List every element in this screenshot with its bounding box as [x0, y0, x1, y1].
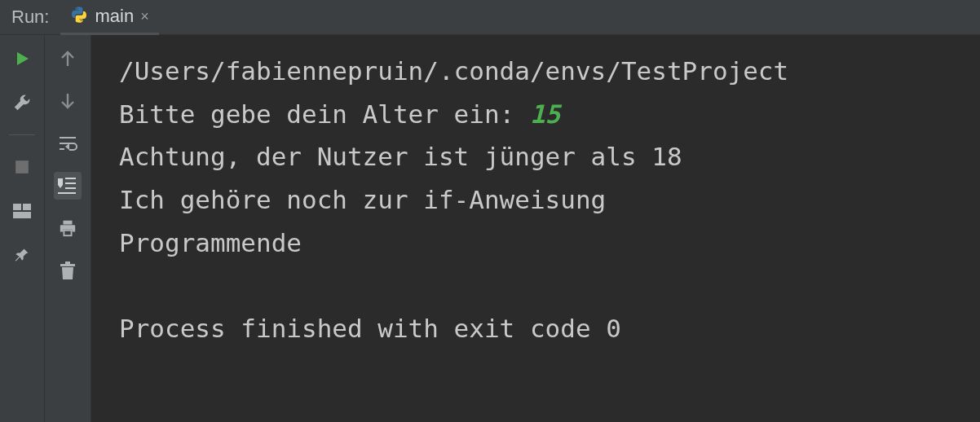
pin-button[interactable] [8, 241, 36, 269]
stop-button[interactable] [8, 153, 36, 181]
arrow-down-icon [60, 92, 76, 110]
svg-rect-4 [64, 231, 71, 235]
clear-all-button[interactable] [54, 257, 82, 284]
wrench-icon [13, 94, 31, 112]
soft-wrap-icon [58, 135, 77, 152]
arrow-up-icon [60, 50, 76, 68]
trash-icon [60, 262, 76, 279]
play-icon [14, 51, 30, 67]
rerun-button[interactable] [8, 45, 36, 73]
run-label: Run: [0, 7, 60, 28]
console-output[interactable]: /Users/fabiennepruin/.conda/envs/TestPro… [91, 35, 980, 422]
down-button[interactable] [54, 87, 82, 115]
python-file-icon [70, 6, 88, 27]
console-line: Achtung, der Nutzer ist jünger als 18 [119, 142, 682, 171]
svg-rect-3 [13, 212, 31, 218]
pin-icon [14, 247, 30, 263]
run-toolbar-left [0, 35, 45, 422]
run-tab-main[interactable]: main × [60, 1, 158, 35]
console-prompt: Bitte gebe dein Alter ein: [119, 99, 530, 129]
console-line: Programmende [119, 228, 302, 257]
layout-icon [13, 204, 31, 218]
console-line: Process finished with exit code 0 [119, 314, 621, 343]
svg-rect-2 [23, 204, 31, 210]
separator [9, 134, 35, 135]
soft-wrap-button[interactable] [54, 130, 82, 157]
stop-icon [15, 160, 29, 174]
run-tool-window-header: Run: main × [0, 0, 980, 35]
up-button[interactable] [54, 45, 82, 73]
scroll-to-end-button[interactable] [54, 172, 82, 200]
close-icon[interactable]: × [140, 9, 149, 24]
svg-rect-1 [13, 204, 21, 210]
console-line: Ich gehöre noch zur if-Anweisung [119, 185, 606, 214]
console-user-input: 15 [530, 99, 560, 129]
run-toolbar-right [45, 35, 91, 422]
modify-run-config-button[interactable] [8, 89, 36, 116]
console-text: /Users/fabiennepruin/.conda/envs/TestPro… [119, 50, 980, 350]
scroll-to-end-icon [58, 177, 77, 195]
print-button[interactable] [54, 214, 82, 242]
layout-button[interactable] [8, 197, 36, 225]
printer-icon [59, 219, 77, 237]
svg-rect-0 [15, 160, 29, 174]
console-path-line: /Users/fabiennepruin/.conda/envs/TestPro… [119, 56, 788, 86]
run-tab-title: main [95, 6, 134, 27]
